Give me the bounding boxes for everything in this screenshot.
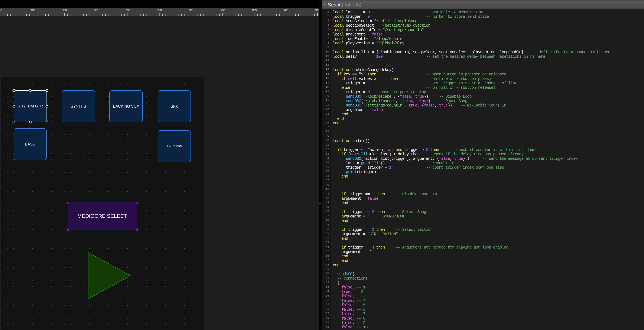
svg-text:600: 600 bbox=[189, 9, 194, 12]
svg-text:0: 0 bbox=[0, 9, 2, 12]
svg-text:800: 800 bbox=[252, 9, 257, 12]
svg-text:200: 200 bbox=[62, 9, 67, 12]
svg-text:700: 700 bbox=[220, 9, 225, 12]
svg-text:400: 400 bbox=[126, 9, 130, 12]
svg-text:500: 500 bbox=[157, 9, 162, 12]
svg-text:1000: 1000 bbox=[315, 9, 319, 12]
svg-text:300: 300 bbox=[94, 9, 98, 12]
svg-text:900: 900 bbox=[284, 9, 288, 12]
svg-text:100: 100 bbox=[31, 9, 35, 12]
